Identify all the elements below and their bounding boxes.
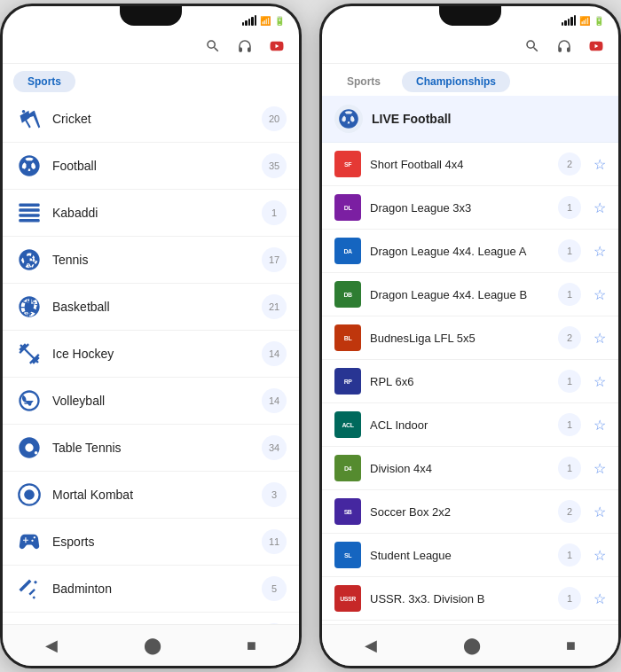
wifi-icon-right: 📶 bbox=[579, 16, 590, 26]
star-icon[interactable]: ☆ bbox=[593, 417, 606, 434]
champ-item[interactable]: SL Student League 1 ☆ bbox=[322, 534, 618, 577]
sport-icon-volleyball bbox=[15, 387, 43, 415]
home-button-left[interactable]: ⬤ bbox=[133, 632, 172, 659]
champ-logo: ACL bbox=[334, 411, 361, 438]
tab-bar-right: Sports Championships bbox=[322, 64, 618, 96]
headphone-button-left[interactable] bbox=[233, 35, 256, 58]
sport-name: Badminton bbox=[52, 582, 253, 596]
star-icon[interactable]: ☆ bbox=[593, 286, 606, 303]
svg-rect-2 bbox=[19, 214, 39, 217]
champ-item[interactable]: DL Dragon League 3x3 1 ☆ bbox=[322, 186, 618, 230]
champ-item[interactable]: D4 Division 4x4 1 ☆ bbox=[322, 447, 618, 490]
sport-item[interactable]: Esports 11 bbox=[3, 519, 299, 566]
champ-item[interactable]: BL BudnesLiga LFL 5x5 2 ☆ bbox=[322, 316, 618, 360]
champ-count: 2 bbox=[558, 500, 581, 523]
champ-logo: SB bbox=[334, 498, 361, 525]
sport-icon-tennis bbox=[15, 246, 43, 274]
sport-item[interactable]: Cricket 20 bbox=[3, 96, 299, 143]
star-icon[interactable]: ☆ bbox=[593, 199, 606, 216]
sport-icon-icehockey bbox=[15, 340, 43, 368]
sport-item[interactable]: Baseball 1 bbox=[3, 613, 299, 624]
home-button-right[interactable]: ⬤ bbox=[452, 632, 491, 659]
tab-sports-right[interactable]: Sports bbox=[333, 71, 395, 92]
champ-logo: BL bbox=[334, 324, 361, 351]
youtube-button-left[interactable] bbox=[265, 35, 288, 58]
recent-button-right[interactable]: ■ bbox=[555, 633, 586, 659]
tab-sports-left[interactable]: Sports bbox=[13, 71, 75, 92]
champ-count: 2 bbox=[558, 152, 581, 176]
sport-item[interactable]: Ice Hockey 14 bbox=[3, 331, 299, 378]
champ-name: USSR. 3x3. Division B bbox=[370, 592, 549, 606]
champ-count: 1 bbox=[558, 370, 581, 393]
star-icon[interactable]: ☆ bbox=[593, 373, 606, 390]
sport-name: Cricket bbox=[52, 112, 253, 126]
sport-name: Football bbox=[52, 159, 253, 173]
sports-list: Cricket 20 Football 35 Kabaddi 1 Tennis … bbox=[3, 96, 299, 624]
sport-count: 20 bbox=[262, 106, 287, 131]
champ-item[interactable]: SF Short Football 4x4 2 ☆ bbox=[322, 143, 618, 186]
search-button-right[interactable] bbox=[521, 35, 544, 58]
sport-name: Kabaddi bbox=[52, 206, 253, 220]
star-icon[interactable]: ☆ bbox=[593, 156, 606, 173]
sport-item[interactable]: Tennis 17 bbox=[3, 237, 299, 284]
champ-item[interactable]: DA Dragon League 4x4. League A 1 ☆ bbox=[322, 230, 618, 273]
champ-count: 1 bbox=[558, 587, 581, 610]
champ-item[interactable]: DB Dragon League 4x4. League B 1 ☆ bbox=[322, 273, 618, 316]
sport-item[interactable]: Football 35 bbox=[3, 143, 299, 190]
champ-name: Short Football 4x4 bbox=[370, 158, 549, 171]
star-icon[interactable]: ☆ bbox=[593, 330, 606, 347]
recent-button-left[interactable]: ■ bbox=[236, 633, 267, 659]
top-bar-left bbox=[3, 29, 299, 64]
sport-item[interactable]: Kabaddi 1 bbox=[3, 190, 299, 237]
star-icon[interactable]: ☆ bbox=[593, 547, 606, 564]
sport-item[interactable]: Basketball 21 bbox=[3, 284, 299, 331]
menu-button-right[interactable] bbox=[333, 35, 356, 58]
sport-count: 17 bbox=[262, 247, 287, 272]
champ-count: 1 bbox=[558, 457, 581, 480]
star-icon[interactable]: ☆ bbox=[593, 460, 606, 477]
sport-item[interactable]: Badminton 5 bbox=[3, 566, 299, 613]
sport-count: 11 bbox=[262, 529, 287, 554]
champ-header-title: LIVE Football bbox=[372, 112, 451, 126]
tab-championships-right[interactable]: Championships bbox=[402, 71, 510, 92]
champ-item[interactable]: USSR USSR. 3x3. Division B 1 ☆ bbox=[322, 577, 618, 621]
sport-count: 14 bbox=[262, 388, 287, 413]
champ-name: Dragon League 3x3 bbox=[370, 201, 549, 215]
champ-item[interactable]: ACL ACL Indoor 1 ☆ bbox=[322, 403, 618, 447]
sport-count: 34 bbox=[262, 435, 287, 460]
champ-count: 2 bbox=[558, 326, 581, 349]
notch-right bbox=[439, 6, 501, 26]
sport-item[interactable]: Table Tennis 34 bbox=[3, 425, 299, 472]
live-football-header: LIVE Football bbox=[322, 96, 618, 143]
champ-logo: SL bbox=[334, 542, 361, 568]
status-icons-right: 📶 🔋 bbox=[562, 15, 605, 26]
champ-count: 1 bbox=[558, 239, 581, 262]
headphone-button-right[interactable] bbox=[553, 35, 576, 58]
sport-icon-cricket bbox=[15, 105, 43, 133]
champ-logo: D4 bbox=[334, 455, 361, 481]
top-bar-icons-left bbox=[201, 35, 288, 58]
signal-icon bbox=[242, 15, 257, 26]
champ-item[interactable]: SB Soccer Box 2x2 2 ☆ bbox=[322, 490, 618, 534]
svg-rect-0 bbox=[19, 204, 39, 207]
champ-count: 1 bbox=[558, 196, 581, 219]
sport-item[interactable]: Volleyball 14 bbox=[3, 378, 299, 425]
tab-bar-left: Sports bbox=[3, 64, 299, 96]
menu-button[interactable] bbox=[13, 35, 36, 58]
sport-icon-tabletennis bbox=[15, 434, 43, 462]
top-bar-right bbox=[322, 29, 618, 64]
sport-count: 5 bbox=[262, 576, 287, 601]
champ-item[interactable]: RP RPL 6x6 1 ☆ bbox=[322, 360, 618, 403]
sport-item[interactable]: Mortal Kombat 3 bbox=[3, 472, 299, 519]
youtube-button-right[interactable] bbox=[585, 35, 608, 58]
champ-name: Division 4x4 bbox=[370, 462, 549, 475]
search-button-left[interactable] bbox=[201, 35, 224, 58]
back-button-right[interactable]: ◀ bbox=[354, 632, 388, 659]
left-phone: 📶 🔋 Sports Cricket 20 bbox=[0, 4, 302, 668]
star-icon[interactable]: ☆ bbox=[593, 243, 606, 260]
back-button-left[interactable]: ◀ bbox=[35, 632, 68, 659]
star-icon[interactable]: ☆ bbox=[593, 504, 606, 520]
champ-name: BudnesLiga LFL 5x5 bbox=[370, 332, 549, 345]
star-icon[interactable]: ☆ bbox=[593, 590, 606, 607]
nav-bar-left: ◀ ⬤ ■ bbox=[3, 624, 299, 666]
